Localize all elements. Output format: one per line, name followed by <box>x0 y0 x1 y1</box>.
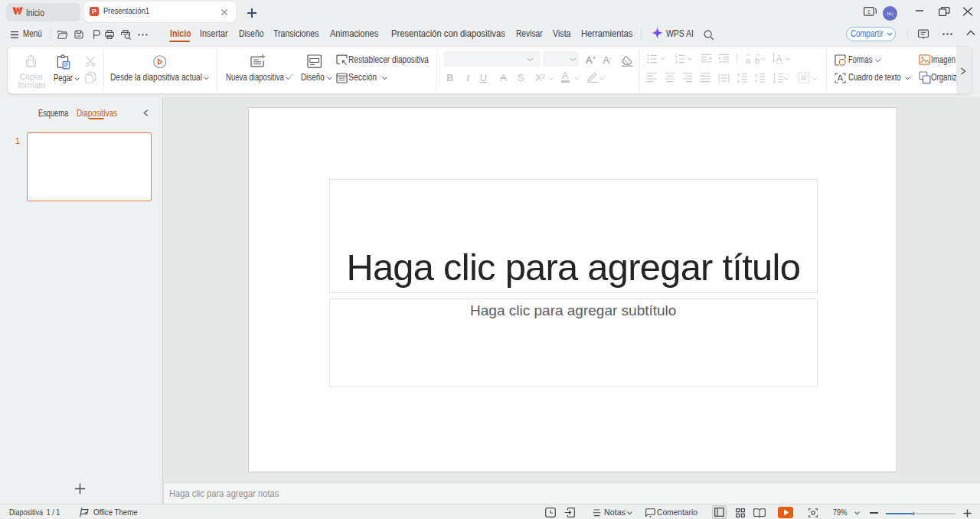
svg-text:P: P <box>92 8 96 15</box>
svg-text:NU: NU <box>887 11 893 16</box>
svg-text:1: 1 <box>867 8 870 15</box>
svg-text:b: b <box>755 56 760 65</box>
svg-text:A: A <box>776 54 782 64</box>
svg-text:a: a <box>746 56 751 65</box>
